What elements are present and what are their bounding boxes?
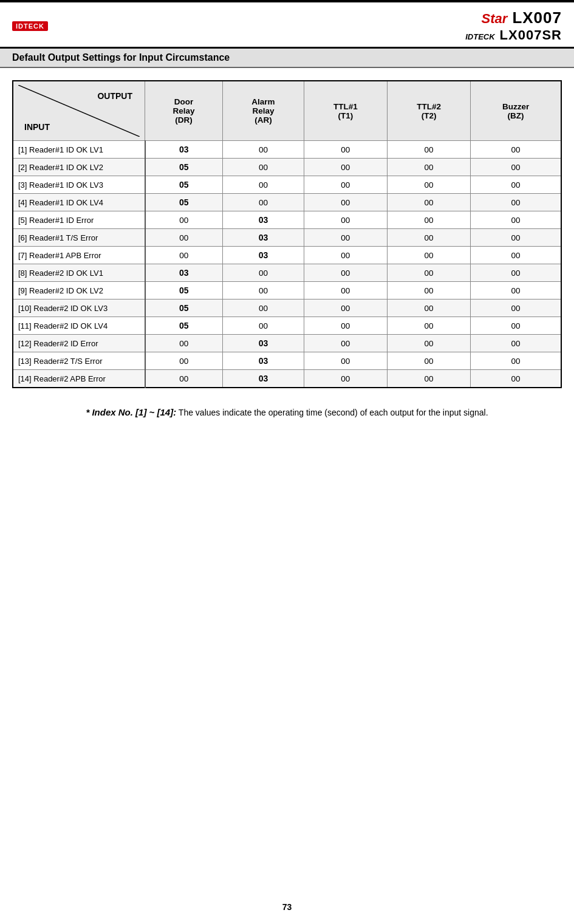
- buzzer-cell: 00: [471, 352, 561, 370]
- idteck-label: IDTECK: [465, 32, 494, 41]
- door-relay-cell: 05: [145, 176, 223, 194]
- alarm-relay-cell: 03: [223, 352, 304, 370]
- alarm-relay-cell: 03: [223, 370, 304, 388]
- ttl2-cell: 00: [387, 370, 470, 388]
- model-sr: LX007SR: [500, 27, 562, 43]
- logo-box: IDTECK: [12, 21, 48, 31]
- title-bar: Default Output Settings for Input Circum…: [0, 49, 574, 68]
- table-row: [10] Reader#2 ID OK LV30500000000: [13, 299, 561, 317]
- alarm-relay-cell: 03: [223, 247, 304, 264]
- table-row: [9] Reader#2 ID OK LV20500000000: [13, 282, 561, 299]
- input-cell: [7] Reader#1 APB Error: [13, 247, 145, 264]
- ttl2-cell: 00: [387, 264, 470, 282]
- ttl1-cell: 00: [304, 299, 387, 317]
- ttl2-cell: 00: [387, 141, 470, 159]
- table-row: [7] Reader#1 APB Error0003000000: [13, 247, 561, 264]
- door-relay-cell: 00: [145, 229, 223, 247]
- table-row: [5] Reader#1 ID Error0003000000: [13, 211, 561, 229]
- page-footer: 73: [0, 902, 574, 912]
- door-relay-cell: 00: [145, 352, 223, 370]
- ttl1-cell: 00: [304, 159, 387, 176]
- door-relay-cell: 03: [145, 141, 223, 159]
- ttl1-cell: 00: [304, 264, 387, 282]
- table-row: [13] Reader#2 T/S Error0003000000: [13, 352, 561, 370]
- door-relay-cell: 00: [145, 211, 223, 229]
- logo-area: IDTECK: [12, 21, 48, 31]
- alarm-relay-cell: 03: [223, 229, 304, 247]
- input-cell: [2] Reader#1 ID OK LV2: [13, 159, 145, 176]
- door-relay-cell: 03: [145, 264, 223, 282]
- note-text: The values indicate the operating time (…: [179, 408, 488, 417]
- ttl2-cell: 00: [387, 159, 470, 176]
- ttl2-cell: 00: [387, 282, 470, 299]
- ttl2-cell: 00: [387, 176, 470, 194]
- input-cell: [14] Reader#2 APB Error: [13, 370, 145, 388]
- alarm-relay-cell: 00: [223, 141, 304, 159]
- ttl1-cell: 00: [304, 352, 387, 370]
- buzzer-cell: 00: [471, 194, 561, 211]
- alarm-relay-cell: 03: [223, 335, 304, 352]
- alarm-relay-cell: 00: [223, 317, 304, 335]
- ttl1-cell: 00: [304, 194, 387, 211]
- alarm-relay-cell: 03: [223, 211, 304, 229]
- door-relay-cell: 05: [145, 299, 223, 317]
- ttl1-cell: 00: [304, 211, 387, 229]
- col-header-alarm-relay: AlarmRelay(AR): [223, 81, 304, 141]
- buzzer-cell: 00: [471, 211, 561, 229]
- page-number: 73: [282, 902, 292, 912]
- input-cell: [3] Reader#1 ID OK LV3: [13, 176, 145, 194]
- input-cell: [10] Reader#2 ID OK LV3: [13, 299, 145, 317]
- ttl2-cell: 00: [387, 247, 470, 264]
- table-row: [8] Reader#2 ID OK LV10300000000: [13, 264, 561, 282]
- ttl2-cell: 00: [387, 317, 470, 335]
- buzzer-cell: 00: [471, 370, 561, 388]
- alarm-relay-cell: 00: [223, 194, 304, 211]
- page-title: Default Output Settings for Input Circum…: [12, 52, 562, 63]
- ttl2-cell: 00: [387, 211, 470, 229]
- ttl2-cell: 00: [387, 299, 470, 317]
- table-row: [11] Reader#2 ID OK LV40500000000: [13, 317, 561, 335]
- ttl1-cell: 00: [304, 176, 387, 194]
- page-content: OUTPUT INPUT DoorRelay(DR) AlarmRelay(AR…: [0, 68, 574, 432]
- buzzer-cell: 00: [471, 335, 561, 352]
- settings-table: OUTPUT INPUT DoorRelay(DR) AlarmRelay(AR…: [12, 80, 562, 388]
- alarm-relay-cell: 00: [223, 264, 304, 282]
- door-relay-cell: 00: [145, 370, 223, 388]
- buzzer-cell: 00: [471, 141, 561, 159]
- corner-header-cell: OUTPUT INPUT: [13, 81, 145, 141]
- input-cell: [13] Reader#2 T/S Error: [13, 352, 145, 370]
- col-header-door-relay: DoorRelay(DR): [145, 81, 223, 141]
- ttl1-cell: 00: [304, 282, 387, 299]
- alarm-relay-cell: 00: [223, 159, 304, 176]
- ttl1-cell: 00: [304, 335, 387, 352]
- col-header-ttl2: TTL#2(T2): [387, 81, 470, 141]
- buzzer-cell: 00: [471, 299, 561, 317]
- ttl2-cell: 00: [387, 229, 470, 247]
- buzzer-cell: 00: [471, 176, 561, 194]
- product-title-area: Star LX007 IDTECK LX007SR: [465, 9, 562, 43]
- door-relay-cell: 05: [145, 282, 223, 299]
- star-label: Star: [482, 11, 508, 27]
- buzzer-cell: 00: [471, 317, 561, 335]
- door-relay-cell: 05: [145, 317, 223, 335]
- table-row: [1] Reader#1 ID OK LV10300000000: [13, 141, 561, 159]
- buzzer-cell: 00: [471, 159, 561, 176]
- ttl1-cell: 00: [304, 247, 387, 264]
- table-row: [4] Reader#1 ID OK LV40500000000: [13, 194, 561, 211]
- ttl2-cell: 00: [387, 335, 470, 352]
- buzzer-cell: 00: [471, 264, 561, 282]
- alarm-relay-cell: 00: [223, 299, 304, 317]
- door-relay-cell: 00: [145, 335, 223, 352]
- note-area: * Index No. [1] ~ [14]: The values indic…: [12, 405, 562, 420]
- ttl2-cell: 00: [387, 352, 470, 370]
- door-relay-cell: 05: [145, 159, 223, 176]
- input-cell: [9] Reader#2 ID OK LV2: [13, 282, 145, 299]
- table-row: [6] Reader#1 T/S Error0003000000: [13, 229, 561, 247]
- input-cell: [4] Reader#1 ID OK LV4: [13, 194, 145, 211]
- table-row: [14] Reader#2 APB Error0003000000: [13, 370, 561, 388]
- ttl1-cell: 00: [304, 317, 387, 335]
- model-primary: LX007: [512, 9, 562, 27]
- logo-idteck: IDTECK: [12, 21, 48, 31]
- input-cell: [1] Reader#1 ID OK LV1: [13, 141, 145, 159]
- col-header-buzzer: Buzzer(BZ): [471, 81, 561, 141]
